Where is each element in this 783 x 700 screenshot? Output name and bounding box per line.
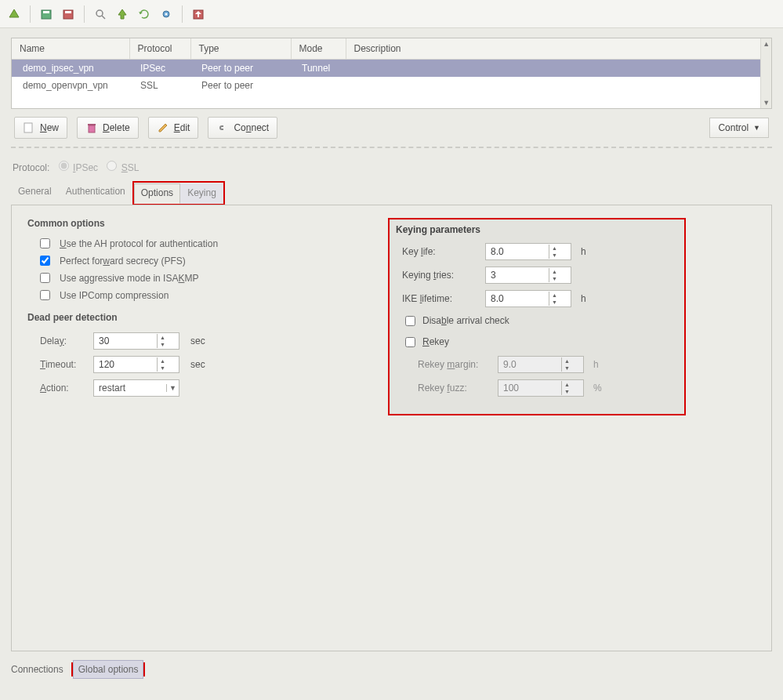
keylife-spinner[interactable]: ▲▼	[485, 243, 571, 260]
tab-bar: General Authentication Options Keying	[11, 181, 772, 205]
svg-point-10	[165, 13, 168, 15]
rekey-margin-label: Rekey margin:	[418, 359, 493, 370]
timeout-unit: sec	[190, 359, 205, 370]
ike-unit: h	[581, 293, 586, 304]
tab-options[interactable]: Options	[134, 183, 180, 204]
tab-general[interactable]: General	[11, 182, 59, 205]
main-toolbar	[0, 0, 783, 28]
timeout-spinner[interactable]: ▲▼	[93, 356, 179, 373]
vpn-table[interactable]: Name Protocol Type Mode Description demo…	[12, 38, 760, 108]
scroll-down-icon[interactable]: ▼	[763, 99, 770, 107]
bottom-tab-bar: Connections Global options	[0, 658, 783, 681]
action-label: Action:	[40, 383, 87, 394]
refresh-icon[interactable]	[135, 5, 154, 24]
tries-input[interactable]	[486, 268, 549, 282]
ckb-ah[interactable]	[40, 238, 50, 248]
delay-unit: sec	[190, 335, 205, 346]
delay-spinner[interactable]: ▲▼	[93, 332, 179, 350]
svg-marker-7	[118, 9, 126, 19]
tries-spinner[interactable]: ▲▼	[485, 267, 571, 284]
rekey-fuzz-unit: %	[593, 383, 602, 394]
chevron-down-icon: ▼	[166, 384, 179, 392]
cell-mode: Tunnel	[291, 59, 346, 77]
table-scrollbar[interactable]: ▲ ▼	[760, 38, 771, 108]
keying-title: Keying parameters	[394, 223, 680, 240]
protocol-label: Protocol:	[13, 162, 49, 173]
trash-icon	[85, 122, 98, 134]
action-select[interactable]: restart ▼	[93, 379, 179, 397]
svg-rect-13	[24, 123, 32, 132]
separator	[30, 5, 31, 23]
edit-button[interactable]: Edit	[148, 117, 199, 139]
cell-desc	[346, 59, 760, 77]
table-row[interactable]: demo_ipsec_vpn IPSec Peer to peer Tunnel	[12, 59, 760, 77]
rekey-margin-input	[498, 357, 561, 372]
export-icon[interactable]	[189, 5, 208, 24]
link-icon	[216, 122, 229, 134]
cell-name: demo_ipsec_vpn	[12, 59, 129, 77]
col-type[interactable]: Type	[190, 38, 291, 59]
keylife-label: Key life:	[402, 246, 480, 257]
col-mode[interactable]: Mode	[291, 38, 346, 59]
delete-button[interactable]: Delete	[77, 117, 139, 139]
scroll-up-icon[interactable]: ▲	[763, 40, 770, 48]
open-floppy-icon[interactable]	[37, 5, 56, 24]
delay-label: Delay:	[40, 335, 87, 346]
save-floppy-icon[interactable]	[59, 5, 78, 24]
table-row[interactable]: demo_openvpn_vpn SSL Peer to peer	[12, 77, 760, 94]
separator	[84, 5, 85, 23]
cell-name: demo_openvpn_vpn	[12, 77, 129, 94]
ike-spinner[interactable]: ▲▼	[485, 290, 571, 307]
tries-label: Keying tries:	[402, 270, 480, 281]
timeout-input[interactable]	[94, 357, 157, 372]
tab-authentication[interactable]: Authentication	[59, 182, 132, 205]
action-row: New Delete Edit Connect Control ▼	[11, 109, 772, 148]
svg-rect-15	[88, 124, 96, 125]
svg-rect-2	[43, 11, 49, 13]
ike-input[interactable]	[486, 292, 549, 306]
search-icon[interactable]	[91, 5, 110, 24]
common-options-title: Common options	[27, 218, 357, 229]
svg-point-5	[96, 10, 103, 16]
col-name[interactable]: Name	[12, 38, 129, 59]
ckb-aggressive[interactable]	[40, 273, 50, 283]
rekey-fuzz-label: Rekey fuzz:	[418, 383, 493, 394]
cell-mode	[291, 77, 346, 94]
radio-ssl[interactable]	[107, 161, 117, 171]
control-dropdown[interactable]: Control ▼	[709, 118, 769, 138]
protocol-selector: Protocol: IPSec SSL	[11, 156, 772, 181]
pencil-icon	[157, 122, 169, 134]
timeout-label: Timeout:	[40, 359, 87, 370]
up-icon[interactable]	[5, 5, 24, 24]
svg-marker-0	[9, 9, 19, 17]
separator	[182, 5, 183, 23]
ckb-disable-arrival[interactable]	[405, 316, 415, 326]
svg-marker-16	[159, 124, 167, 132]
highlighted-global-options: Global options	[71, 662, 146, 676]
up-arrow-green-icon[interactable]	[113, 5, 132, 24]
bottom-tab-global-options[interactable]: Global options	[73, 660, 144, 679]
highlighted-tabs: Options Keying	[132, 181, 225, 205]
ckb-pfs[interactable]	[40, 256, 50, 266]
ike-label: IKE lifetime:	[402, 293, 480, 304]
keylife-input[interactable]	[486, 245, 549, 259]
control-label: Control	[718, 122, 749, 133]
tab-keying[interactable]: Keying	[180, 183, 223, 204]
col-protocol[interactable]: Protocol	[129, 38, 190, 59]
svg-line-6	[102, 16, 105, 19]
delay-input[interactable]	[94, 334, 157, 348]
col-description[interactable]: Description	[346, 38, 760, 59]
gear-icon[interactable]	[157, 5, 176, 24]
ckb-rekey[interactable]	[405, 337, 415, 347]
radio-ipsec[interactable]	[59, 161, 69, 171]
new-button[interactable]: New	[14, 117, 67, 139]
new-icon	[23, 122, 35, 134]
rekey-margin-spinner: ▲▼	[498, 356, 584, 373]
action-value: restart	[99, 383, 125, 394]
ckb-ipcomp[interactable]	[40, 290, 50, 300]
bottom-tab-connections[interactable]: Connections	[6, 661, 68, 678]
keying-parameters-frame: Keying parameters Key life: ▲▼ h Keying …	[388, 218, 686, 415]
cell-protocol: IPSec	[129, 59, 190, 77]
options-panel: Common options Use the AH protocol for a…	[11, 205, 772, 651]
connect-button[interactable]: Connect	[208, 117, 277, 139]
